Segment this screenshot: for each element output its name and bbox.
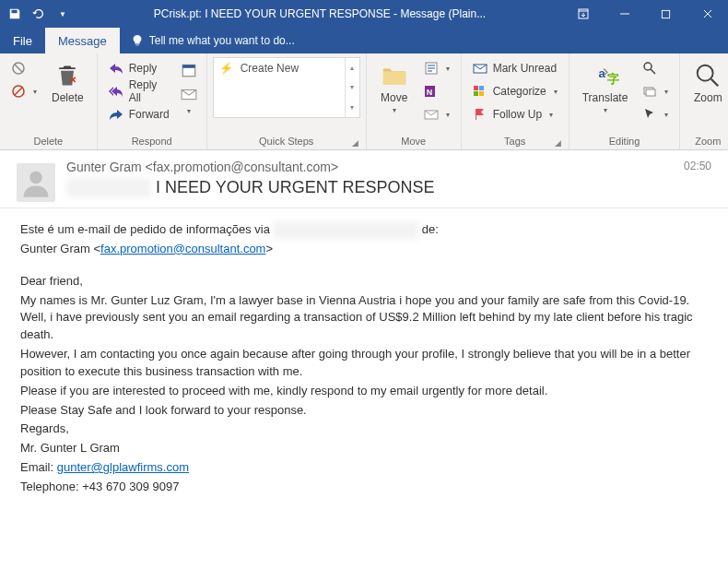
body-line: Este é um e-mail de pedido de informaçõe… [20, 221, 708, 239]
person-icon [19, 166, 53, 199]
ignore-icon [11, 61, 26, 76]
respond-more-button[interactable]: ▾ [177, 57, 201, 119]
body-line: Email: gunter@glplawfirms.com [20, 459, 708, 477]
window-controls [562, 0, 728, 28]
related-icon [642, 84, 657, 99]
qat-dropdown-icon[interactable]: ▼ [55, 6, 70, 21]
related-button[interactable]: ▾ [637, 80, 674, 102]
delete-icon [53, 61, 82, 90]
svg-text:字: 字 [606, 72, 618, 86]
svg-rect-14 [474, 91, 478, 96]
gallery-down-icon[interactable]: ▾ [346, 77, 359, 97]
svg-rect-13 [479, 86, 484, 90]
categorize-button[interactable]: Categorize▾ [467, 80, 563, 102]
find-icon [642, 61, 657, 76]
body-line: However, I am contacting you once again … [20, 346, 708, 381]
save-icon[interactable] [7, 6, 22, 21]
ignore-button[interactable] [6, 57, 42, 79]
lightning-icon: ⚡ [219, 62, 233, 75]
body-line: Please Stay Safe and I look forward to y… [20, 402, 708, 420]
quick-steps-gallery[interactable]: ⚡ Create New ▴ ▾ ▾ [213, 57, 360, 118]
subject-text: I NEED YOUR URGENT RESPONSE [156, 178, 434, 196]
tell-me-label: Tell me what you want to do... [149, 34, 295, 47]
group-zoom: Zoom Zoom [680, 53, 728, 149]
gallery-scroll: ▴ ▾ ▾ [345, 58, 359, 117]
group-delete-label: Delete [6, 134, 91, 149]
svg-text:N: N [426, 88, 432, 97]
svg-text:a: a [598, 66, 605, 80]
translate-button[interactable]: a字 Translate ▾ [575, 57, 636, 118]
reply-all-button[interactable]: Reply All [103, 80, 175, 102]
gallery-more-icon[interactable]: ▾ [346, 98, 359, 117]
close-button[interactable] [687, 0, 728, 28]
from-line: Gunter Gram <fax.promotion@consultant.co… [66, 160, 673, 174]
body-email-link[interactable]: gunter@glplawfirms.com [57, 460, 189, 474]
delete-label: Delete [52, 92, 84, 104]
find-button[interactable] [637, 57, 674, 79]
dialog-launcher-icon[interactable]: ◢ [555, 138, 561, 148]
quick-access-toolbar: ▼ [0, 6, 77, 21]
svg-point-21 [698, 65, 713, 81]
undo-icon[interactable] [31, 6, 46, 21]
junk-button[interactable]: ▾ [6, 80, 42, 102]
actions-icon [424, 107, 439, 122]
subject-redacted: XXXXXXX [66, 178, 151, 197]
zoom-label: Zoom [694, 92, 722, 104]
onenote-icon: N [424, 84, 439, 99]
group-tags: Mark Unread Categorize▾ Follow Up▾ Tags◢ [462, 53, 569, 149]
move-folder-icon [380, 61, 409, 90]
body-line: Gunter Gram <fax.promotion@consultant.co… [20, 241, 708, 258]
select-button[interactable]: ▾ [637, 103, 674, 125]
svg-rect-1 [662, 10, 669, 18]
group-quick-steps-label: Quick Steps◢ [213, 134, 360, 149]
rules-button[interactable]: ▾ [418, 57, 455, 79]
group-respond: Reply Reply All Forward ▾ Respond [98, 53, 207, 149]
group-delete: ▾ Delete Delete [0, 53, 98, 149]
more-respond-icon [180, 85, 198, 103]
subject-line: XXXXXXX I NEED YOUR URGENT RESPONSE [66, 178, 673, 197]
categorize-icon [473, 84, 487, 99]
body-email-link[interactable]: fax.promotion@consultant.com [100, 242, 265, 255]
onenote-button[interactable]: N [418, 80, 455, 102]
body-line: Mr. Gunter L Gram [20, 440, 708, 457]
group-editing: a字 Translate ▾ ▾ ▾ Editing [569, 53, 681, 149]
group-zoom-label: Zoom [686, 134, 728, 149]
svg-rect-20 [646, 89, 655, 96]
rules-icon [424, 61, 439, 76]
forward-icon [109, 107, 123, 122]
move-button[interactable]: Move ▾ [372, 57, 417, 118]
meeting-icon [180, 61, 198, 79]
follow-up-button[interactable]: Follow Up▾ [467, 103, 563, 125]
tell-me-search[interactable]: Tell me what you want to do... [120, 28, 306, 53]
minimize-button[interactable] [604, 0, 645, 28]
body-line: Dear friend, [20, 273, 708, 290]
body-line: Regards, [20, 421, 708, 438]
translate-label: Translate [582, 92, 628, 104]
tab-message[interactable]: Message [45, 28, 120, 53]
zoom-button[interactable]: Zoom [686, 57, 728, 108]
reply-all-icon [109, 84, 123, 99]
reply-button[interactable]: Reply [103, 57, 175, 79]
body-line: Please if you are interested to proceed … [20, 383, 708, 400]
actions-button[interactable]: ▾ [418, 103, 455, 125]
select-icon [642, 107, 657, 122]
tab-file[interactable]: File [0, 28, 45, 53]
window-title: PCrisk.pt: I NEED YOUR URGENT RESPONSE -… [77, 7, 562, 20]
maximize-button[interactable] [645, 0, 687, 28]
svg-point-22 [29, 172, 42, 184]
ribbon-tabs: File Message Tell me what you want to do… [0, 28, 728, 53]
forward-button[interactable]: Forward [103, 103, 175, 125]
delete-button[interactable]: Delete [44, 57, 91, 108]
svg-rect-12 [474, 86, 478, 90]
mark-unread-button[interactable]: Mark Unread [467, 57, 563, 79]
zoom-icon [693, 61, 722, 90]
dialog-launcher-icon[interactable]: ◢ [352, 138, 358, 148]
gallery-up-icon[interactable]: ▴ [346, 58, 359, 77]
move-label: Move [381, 92, 407, 104]
quick-step-create-new[interactable]: ⚡ Create New [219, 62, 299, 75]
svg-rect-15 [479, 91, 484, 96]
translate-icon: a字 [591, 61, 620, 90]
junk-icon [11, 84, 26, 99]
flag-icon [473, 107, 487, 122]
ribbon-options-icon[interactable] [562, 0, 604, 28]
